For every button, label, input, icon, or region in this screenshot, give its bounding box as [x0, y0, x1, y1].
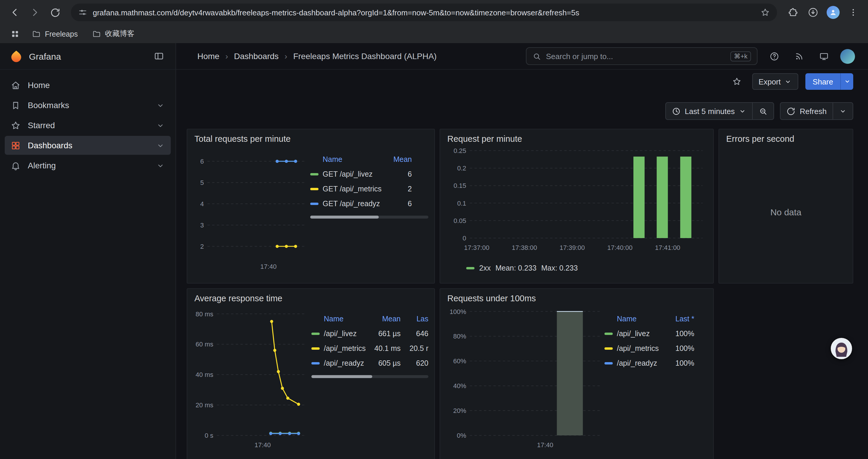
chevron-down-icon[interactable]	[156, 121, 165, 130]
share-button[interactable]: Share	[806, 73, 840, 90]
series-last: 646	[405, 329, 428, 338]
svg-text:2: 2	[200, 243, 204, 250]
scrollbar-thumb[interactable]	[310, 216, 379, 219]
browser-profile-avatar	[827, 6, 840, 19]
export-button[interactable]: Export	[752, 73, 798, 90]
display-button[interactable]	[815, 48, 832, 64]
panel-title[interactable]: Requests under 100ms	[446, 292, 707, 303]
panel-title[interactable]: Errors per second	[725, 133, 847, 143]
back-arrow-icon	[9, 7, 20, 18]
series-last: 100%	[666, 329, 694, 338]
help-button[interactable]	[766, 48, 782, 64]
legend-row: /api/_livez 661 µs 646	[311, 326, 428, 341]
search-placeholder: Search or jump to...	[546, 52, 613, 61]
chevron-down-icon[interactable]	[156, 161, 165, 170]
chevron-down-icon[interactable]	[156, 101, 165, 109]
legend-header-name[interactable]: Name	[310, 155, 384, 163]
back-button[interactable]	[6, 4, 24, 21]
news-button[interactable]	[790, 48, 807, 64]
legend-scrollbar[interactable]	[310, 216, 428, 219]
home-icon	[11, 80, 21, 90]
sidebar-item-starred[interactable]: Starred	[5, 116, 171, 135]
breadcrumb-dashboards[interactable]: Dashboards	[234, 52, 279, 61]
puzzle-icon	[788, 7, 798, 18]
favorite-dashboard-button[interactable]	[728, 73, 745, 90]
breadcrumb-separator: ›	[284, 52, 287, 61]
refresh-button[interactable]: Refresh	[781, 103, 833, 119]
bookmark-star-icon[interactable]	[761, 8, 770, 17]
sidebar-item-home[interactable]: Home	[5, 76, 171, 95]
bookmark-folder-freeleaps[interactable]: Freeleaps	[27, 28, 83, 40]
legend-header-name[interactable]: Name	[604, 315, 662, 323]
legend-header-mean[interactable]: Mean	[370, 315, 401, 323]
chevron-down-icon[interactable]	[156, 141, 165, 150]
svg-text:60%: 60%	[453, 357, 466, 365]
extensions-button[interactable]	[784, 4, 802, 21]
svg-text:0%: 0%	[457, 432, 466, 439]
series-max: Max: 0.233	[541, 264, 578, 272]
breadcrumb-separator: ›	[225, 52, 228, 61]
breadcrumb-home[interactable]: Home	[197, 52, 219, 61]
svg-text:40%: 40%	[453, 382, 466, 390]
reload-button[interactable]	[46, 4, 64, 21]
share-menu-button[interactable]	[840, 73, 853, 90]
series-name[interactable]: GET /api/_readyz	[322, 199, 384, 208]
kebab-menu-icon	[848, 8, 858, 17]
legend-header-last[interactable]: Last *	[666, 315, 694, 323]
user-avatar[interactable]	[840, 49, 855, 64]
panel-title[interactable]: Average response time	[193, 292, 428, 303]
request-per-minute-chart: 0.250.20.150.10.05017:37:0017:38:0017:39…	[446, 143, 707, 262]
series-last: 100%	[666, 344, 694, 352]
svg-text:60 ms: 60 ms	[195, 340, 213, 348]
series-name[interactable]: GET /api/_livez	[322, 170, 384, 178]
dock-panel-icon	[154, 51, 164, 61]
series-name[interactable]: /api/_readyz	[324, 359, 366, 367]
forward-arrow-icon	[30, 7, 40, 18]
download-icon	[808, 7, 818, 18]
panel-title[interactable]: Total requests per minute	[193, 133, 428, 143]
series-name[interactable]: /api/_livez	[617, 329, 662, 338]
legend-header-mean[interactable]: Mean	[388, 155, 412, 163]
sidebar-item-label: Bookmarks	[28, 100, 69, 110]
series-name[interactable]: 2xx	[479, 264, 491, 272]
browser-profile-button[interactable]	[824, 4, 842, 21]
scrollbar-thumb[interactable]	[311, 375, 372, 378]
bookmark-folder-blog[interactable]: 收藏博客	[87, 27, 139, 41]
legend-header-name[interactable]: Name	[311, 315, 366, 323]
series-name[interactable]: /api/_metrics	[617, 344, 662, 352]
series-name[interactable]: /api/_readyz	[617, 359, 662, 367]
time-range-button[interactable]: Last 5 minutes	[666, 103, 752, 119]
legend-header-last[interactable]: Las	[405, 315, 428, 323]
legend-row: GET /api/_metrics 2	[310, 182, 428, 196]
assistant-widget-avatar[interactable]	[831, 338, 852, 359]
forward-button[interactable]	[26, 4, 44, 21]
apps-grid-button[interactable]	[7, 26, 23, 42]
series-name[interactable]: /api/_metrics	[324, 344, 366, 352]
reload-icon	[50, 7, 60, 18]
refresh-interval-button[interactable]	[833, 103, 852, 119]
zoom-out-icon	[759, 107, 768, 116]
svg-text:17:40: 17:40	[255, 441, 271, 449]
monitor-icon	[819, 51, 829, 61]
search-input[interactable]: Search or jump to... ⌘+k	[526, 47, 757, 65]
browser-menu-button[interactable]	[844, 4, 862, 21]
sidebar-toggle-button[interactable]	[151, 48, 167, 64]
downloads-button[interactable]	[804, 4, 822, 21]
site-info-icon[interactable]	[78, 8, 88, 17]
series-name[interactable]: /api/_livez	[324, 329, 366, 338]
svg-text:17:40: 17:40	[537, 441, 553, 449]
legend-scrollbar[interactable]	[311, 375, 428, 378]
sidebar-item-bookmarks[interactable]: Bookmarks	[5, 96, 171, 114]
bookmark-label: 收藏博客	[105, 29, 134, 39]
zoom-out-button[interactable]	[752, 103, 774, 119]
grafana-logo[interactable]	[9, 49, 23, 63]
sidebar-item-alerting[interactable]: Alerting	[5, 156, 171, 175]
url-bar[interactable]: grafana.mathmast.com/d/deytv4rwavabkb/fr…	[71, 4, 777, 21]
series-name[interactable]: GET /api/_metrics	[322, 185, 384, 193]
dashboards-grid-icon	[11, 140, 21, 150]
series-swatch	[310, 188, 318, 190]
panel-title[interactable]: Request per minute	[446, 133, 707, 143]
series-swatch	[311, 332, 320, 335]
svg-text:0 s: 0 s	[205, 432, 213, 439]
sidebar-item-dashboards[interactable]: Dashboards	[5, 136, 171, 155]
